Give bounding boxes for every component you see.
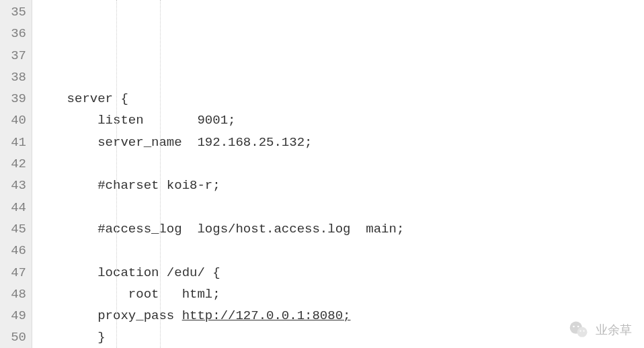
line-number: 48	[5, 284, 26, 305]
indent-guide	[116, 0, 117, 348]
line-number: 42	[5, 153, 26, 175]
code-line[interactable]	[32, 197, 644, 218]
watermark: 业余草	[569, 320, 632, 340]
code-line[interactable]: #access_log logs/host.access.log main;	[32, 218, 644, 240]
code-line[interactable]: listen 9001;	[32, 110, 644, 131]
line-number: 46	[5, 240, 26, 261]
code-text: #charset koi8-r;	[36, 178, 220, 193]
line-number: 43	[5, 175, 26, 196]
line-number: 47	[5, 262, 26, 284]
line-number: 39	[5, 88, 26, 110]
line-number: 35	[5, 1, 26, 23]
code-editor: 35363738394041424344454647484950 server …	[0, 0, 644, 348]
code-line[interactable]: server {	[32, 88, 644, 110]
line-number: 37	[5, 45, 26, 67]
line-number: 44	[5, 197, 26, 218]
code-line[interactable]: #charset koi8-r;	[32, 175, 644, 196]
line-number: 36	[5, 23, 26, 44]
wechat-icon	[569, 320, 589, 340]
indent-guide	[160, 0, 161, 348]
code-line[interactable]: location /edu/ {	[32, 262, 644, 284]
code-line[interactable]: root html;	[32, 284, 644, 305]
svg-point-3	[577, 326, 579, 328]
svg-point-4	[579, 331, 581, 332]
code-text: location /edu/ {	[36, 265, 220, 280]
code-text: root html;	[36, 287, 220, 302]
code-line[interactable]: }	[32, 327, 644, 348]
code-line[interactable]	[32, 153, 644, 175]
code-line[interactable]: proxy_pass http://127.0.0.1:8080;	[32, 305, 644, 327]
line-number: 45	[5, 218, 26, 240]
code-text: listen 9001;	[36, 113, 235, 128]
code-text: #access_log logs/host.access.log main;	[36, 222, 404, 236]
line-number: 49	[5, 305, 26, 327]
line-number: 50	[5, 327, 26, 348]
line-number: 38	[5, 67, 26, 88]
watermark-text: 业余草	[596, 322, 632, 338]
code-text: server_name 192.168.25.132;	[36, 135, 312, 150]
url-link[interactable]: http://127.0.0.1:8080;	[182, 308, 351, 323]
line-number-gutter: 35363738394041424344454647484950	[0, 0, 32, 348]
code-text: }	[36, 330, 106, 345]
svg-point-2	[573, 326, 575, 328]
line-number: 41	[5, 132, 26, 153]
code-line[interactable]	[32, 240, 644, 261]
code-text: server {	[36, 91, 128, 106]
code-line[interactable]: server_name 192.168.25.132;	[32, 132, 644, 153]
line-number: 40	[5, 110, 26, 131]
svg-point-1	[577, 327, 588, 337]
code-area[interactable]: server { listen 9001; server_name 192.16…	[32, 0, 644, 348]
svg-point-5	[583, 331, 584, 332]
